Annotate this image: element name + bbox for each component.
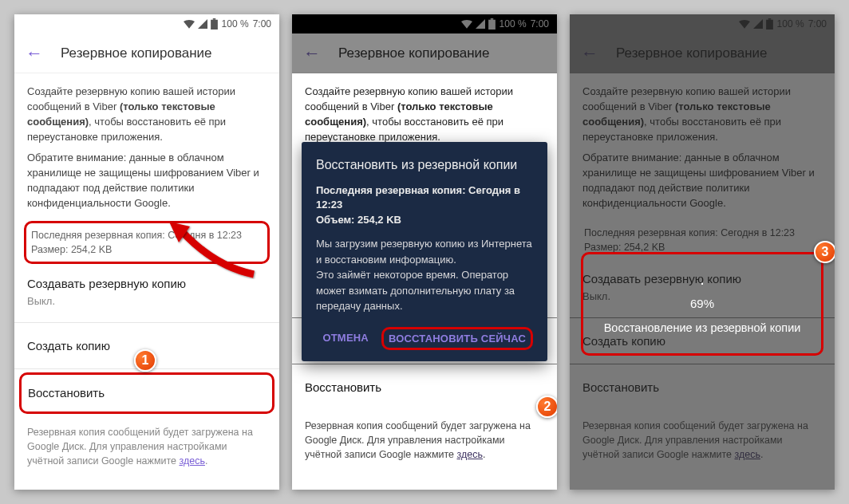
dialog-title: Восстановить из резервной копии bbox=[316, 156, 533, 174]
battery-text: 100 % bbox=[500, 18, 527, 30]
wifi-icon bbox=[461, 19, 472, 29]
svg-rect-3 bbox=[488, 20, 496, 30]
clock-text: 7:00 bbox=[808, 18, 827, 30]
status-icons bbox=[461, 18, 496, 30]
signal-icon bbox=[476, 19, 485, 29]
backup-content: Создайте резервную копию вашей истории с… bbox=[14, 73, 279, 479]
dialog-subtitle: Последняя резервная копия: Сегодня в 12:… bbox=[316, 183, 533, 229]
description-2: Обратите внимание: данные в облачном хра… bbox=[27, 151, 267, 211]
page-title: Резервное копирование bbox=[338, 45, 490, 61]
phone-screen-3: 100 % 7:00 ← Резервное копирование Созда… bbox=[570, 14, 835, 490]
svg-rect-1 bbox=[212, 18, 215, 20]
restore-dialog: Восстановить из резервной копии Последня… bbox=[302, 142, 547, 361]
last-backup-info: Последняя резервная копия: Сегодня в 12:… bbox=[24, 221, 270, 264]
backup-schedule-value: Выкл. bbox=[27, 294, 267, 309]
footer-note: Резервная копия сообщений будет загружен… bbox=[305, 419, 544, 462]
dialog-body: Мы загрузим резервную копию из Интернета… bbox=[316, 236, 533, 314]
annotation-badge-2: 2 bbox=[536, 396, 557, 418]
description-2: Обратите внимание: данные в облачном хра… bbox=[582, 151, 822, 211]
restore-button[interactable]: Восстановить bbox=[582, 368, 822, 408]
dialog-cancel-button[interactable]: ОТМЕНА bbox=[316, 327, 375, 350]
progress-label: Восстановление из резервной копии bbox=[590, 321, 815, 334]
svg-rect-4 bbox=[490, 18, 493, 20]
annotation-badge-3: 3 bbox=[814, 241, 835, 263]
app-bar: ← Резервное копирование bbox=[570, 33, 835, 73]
status-bar: 100 % 7:00 bbox=[292, 14, 557, 33]
google-settings-link[interactable]: здесь bbox=[456, 449, 482, 460]
clock-text: 7:00 bbox=[253, 18, 271, 30]
svg-rect-0 bbox=[211, 20, 218, 30]
battery-icon bbox=[211, 18, 218, 30]
wifi-icon bbox=[184, 19, 195, 29]
status-icons bbox=[739, 18, 773, 30]
last-backup-size: Размер: 254,2 KB bbox=[31, 242, 263, 257]
restore-button[interactable]: Восстановить bbox=[19, 372, 274, 414]
wifi-icon bbox=[739, 19, 750, 29]
svg-rect-6 bbox=[768, 18, 771, 20]
status-bar: 100 % 7:00 bbox=[14, 14, 279, 33]
progress-percent: 69% bbox=[590, 297, 815, 310]
backup-schedule-label[interactable]: Создавать резервную копию bbox=[27, 275, 267, 293]
restore-progress: · 69% Восстановление из резервной копии bbox=[581, 252, 823, 356]
status-bar: 100 % 7:00 bbox=[570, 14, 835, 33]
battery-icon bbox=[488, 18, 496, 30]
app-bar: ← Резервное копирование bbox=[292, 33, 557, 73]
description-1: Создайте резервную копию вашей истории с… bbox=[305, 85, 544, 144]
restore-button[interactable]: Восстановить bbox=[305, 368, 544, 408]
footer-note: Резервная копия сообщений будет загружен… bbox=[582, 419, 822, 462]
annotation-badge-1: 1 bbox=[134, 349, 156, 372]
signal-icon bbox=[753, 19, 763, 29]
description-1: Создайте резервную копию вашей истории с… bbox=[582, 85, 822, 144]
status-icons bbox=[184, 18, 218, 30]
clock-text: 7:00 bbox=[531, 18, 549, 30]
footer-note: Резервная копия сообщений будет загружен… bbox=[27, 425, 267, 468]
divider bbox=[14, 322, 279, 323]
page-title: Резервное копирование bbox=[61, 45, 212, 61]
description-1: Создайте резервную копию вашей истории с… bbox=[27, 85, 267, 144]
battery-text: 100 % bbox=[777, 18, 804, 30]
spinner-icon: · bbox=[590, 274, 815, 292]
back-arrow-icon[interactable]: ← bbox=[26, 43, 43, 64]
battery-icon bbox=[766, 18, 773, 30]
battery-text: 100 % bbox=[222, 18, 249, 30]
page-title: Резервное копирование bbox=[616, 45, 768, 61]
app-bar: ← Резервное копирование bbox=[14, 33, 279, 73]
back-arrow-icon[interactable]: ← bbox=[581, 43, 598, 64]
dialog-confirm-button[interactable]: ВОССТАНОВИТЬ СЕЙЧАС bbox=[381, 327, 533, 350]
dialog-actions: ОТМЕНА ВОССТАНОВИТЬ СЕЙЧАС bbox=[316, 324, 533, 355]
phone-screen-1: 100 % 7:00 ← Резервное копирование Созда… bbox=[14, 14, 279, 490]
svg-rect-5 bbox=[766, 20, 773, 30]
google-settings-link[interactable]: здесь bbox=[179, 455, 204, 467]
last-backup-time: Последняя резервная копия: Сегодня в 12:… bbox=[31, 228, 263, 242]
signal-icon bbox=[198, 19, 207, 29]
phone-screen-2: 100 % 7:00 ← Резервное копирование Созда… bbox=[292, 14, 557, 490]
google-settings-link[interactable]: здесь bbox=[734, 449, 760, 460]
back-arrow-icon[interactable]: ← bbox=[303, 43, 321, 64]
